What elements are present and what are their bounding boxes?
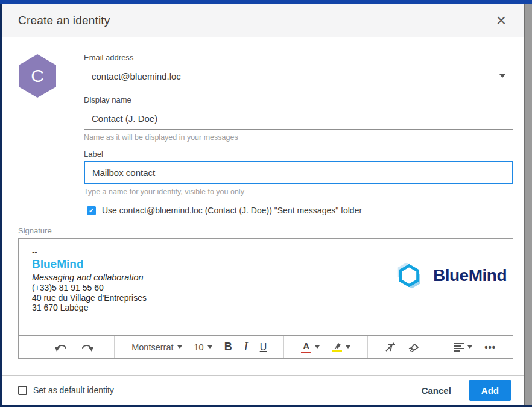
identity-label-input[interactable]: Mailbox contact xyxy=(84,161,513,184)
formatting-toolbar: Montserrat 10 B I U A xyxy=(19,335,513,358)
cancel-button[interactable]: Cancel xyxy=(422,385,451,396)
identity-label-value: Mailbox contact xyxy=(92,168,155,178)
display-name-input[interactable]: Contact (J. Doe) xyxy=(84,107,513,130)
bluemind-logo-text: BlueMind xyxy=(433,266,507,285)
display-name-helper: Name as it will be displayed in your mes… xyxy=(84,133,513,142)
highlighter-icon xyxy=(332,342,342,352)
dialog-footer: Set as default identity Cancel Add xyxy=(2,375,524,405)
clear-formatting-icon[interactable] xyxy=(385,342,396,352)
signature-editor: -- BlueMind Messaging and collaboration … xyxy=(18,238,513,359)
toolbar-clear-group xyxy=(368,336,437,358)
toolbar-font-group: Montserrat 10 B I U xyxy=(115,336,284,358)
toolbar-color-group: A xyxy=(284,336,368,358)
remove-format-brush-icon[interactable] xyxy=(408,342,420,352)
page-title: Create an identity xyxy=(18,14,110,27)
more-options-icon[interactable]: ••• xyxy=(484,342,496,352)
chevron-down-icon[interactable] xyxy=(499,74,505,78)
chevron-down-icon xyxy=(467,345,472,349)
chevron-down-icon xyxy=(207,345,212,349)
email-label: Email address xyxy=(84,53,513,62)
signature-address2: 31 670 Labège xyxy=(32,303,499,313)
sent-folder-checkbox-label: Use contact@bluemind.loc (Contact (J. Do… xyxy=(102,206,362,215)
identity-label-label: Label xyxy=(84,150,513,159)
font-family-value: Montserrat xyxy=(131,342,173,352)
font-size-dropdown[interactable]: 10 xyxy=(194,342,212,352)
sent-folder-checkbox-row: ✓ Use contact@bluemind.loc (Contact (J. … xyxy=(87,206,513,215)
text-color-button[interactable]: A xyxy=(301,341,320,353)
identity-form: Email address contact@bluemind.loc Displ… xyxy=(84,53,513,215)
display-name-label: Display name xyxy=(84,95,513,104)
font-family-dropdown[interactable]: Montserrat xyxy=(131,342,182,352)
default-identity-label: Set as default identity xyxy=(33,385,114,395)
dialog-header: Create an identity × xyxy=(2,4,524,37)
chevron-down-icon xyxy=(315,345,320,349)
check-icon: ✓ xyxy=(89,207,94,214)
bluemind-logo-icon xyxy=(393,258,428,293)
add-button[interactable]: Add xyxy=(469,380,511,401)
signature-section: Signature -- BlueMind Messaging and coll… xyxy=(18,226,513,359)
close-icon[interactable]: × xyxy=(494,13,508,28)
signature-address1: 40 rue du Village d'Entreprises xyxy=(32,293,499,303)
italic-button[interactable]: I xyxy=(244,341,248,353)
toolbar-history-group xyxy=(19,336,115,358)
sent-folder-checkbox[interactable]: ✓ xyxy=(87,206,96,215)
align-left-dropdown[interactable] xyxy=(454,343,472,352)
highlight-color-button[interactable] xyxy=(332,342,350,352)
bluemind-logo: BlueMind xyxy=(393,258,507,293)
signature-content[interactable]: -- BlueMind Messaging and collaboration … xyxy=(19,239,513,335)
underline-button[interactable]: U xyxy=(260,342,267,353)
avatar: C xyxy=(18,54,57,98)
bold-button[interactable]: B xyxy=(224,341,232,353)
font-size-value: 10 xyxy=(194,342,204,352)
align-left-icon xyxy=(454,343,464,352)
redo-icon[interactable] xyxy=(80,342,93,352)
text-color-icon: A xyxy=(301,341,311,353)
background-right-edge xyxy=(525,4,532,405)
default-identity-checkbox[interactable] xyxy=(18,386,27,395)
email-value: contact@bluemind.loc xyxy=(92,71,181,81)
email-select[interactable]: contact@bluemind.loc xyxy=(84,65,513,87)
display-name-value: Contact (J. Doe) xyxy=(92,113,157,124)
undo-icon[interactable] xyxy=(55,342,68,352)
toolbar-align-group: ••• xyxy=(437,336,513,358)
chevron-down-icon xyxy=(177,345,182,349)
create-identity-dialog: Create an identity × C Email address con… xyxy=(2,4,525,405)
background-topbar xyxy=(0,0,532,4)
signature-separator: -- xyxy=(32,247,499,256)
identity-label-helper: Type a name for your identity, visible t… xyxy=(84,188,513,196)
chevron-down-icon xyxy=(346,345,350,349)
text-cursor xyxy=(156,167,156,178)
dialog-body: C Email address contact@bluemind.loc Dis… xyxy=(2,37,524,215)
avatar-letter: C xyxy=(18,54,57,98)
signature-label: Signature xyxy=(18,226,513,235)
avatar-column: C xyxy=(18,53,84,215)
